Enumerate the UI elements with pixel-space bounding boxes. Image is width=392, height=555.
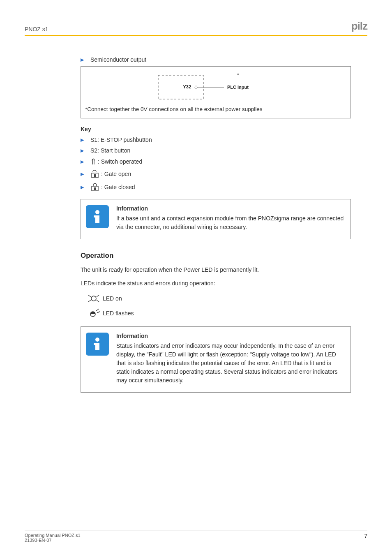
svg-point-12 (91, 296, 96, 301)
svg-line-16 (97, 300, 99, 302)
key-list: ▶ S1: E-STOP pushbutton ▶ S2: Start butt… (81, 136, 351, 192)
key-item-s2: ▶ S2: Start button (81, 147, 351, 154)
key-s1-text: S1: E-STOP pushbutton (90, 136, 152, 143)
diagram-footnote: *Connect together the 0V connections on … (84, 106, 347, 112)
operation-para2: LEDs indicate the status and errors duri… (81, 279, 351, 288)
info-icon (86, 333, 109, 356)
info-content-1: Information If a base unit and a contact… (116, 205, 346, 231)
led-on-row: LED on (85, 293, 351, 304)
info-box-2: Information Status indicators and error … (81, 326, 351, 393)
svg-line-14 (97, 295, 99, 297)
svg-rect-0 (158, 75, 203, 99)
svg-point-9 (95, 210, 99, 214)
gate-open-icon (90, 169, 99, 178)
info1-title: Information (116, 205, 346, 212)
info-box-1: Information If a base unit and a contact… (81, 199, 351, 239)
info2-text: Status indicators and error indicators m… (116, 342, 346, 385)
svg-point-20 (95, 338, 99, 342)
page-content: ▶ Semiconductor output Y32 PLC Input * *… (81, 56, 351, 393)
led-on-label: LED on (103, 295, 122, 302)
switch-operated-icon (90, 158, 96, 165)
svg-line-15 (88, 300, 91, 302)
y32-plc-diagram-svg: Y32 PLC Input * (146, 73, 286, 102)
key-switch-operated-text: : Switch operated (98, 158, 142, 165)
diagram-y32-label: Y32 (183, 84, 191, 89)
key-item-s1: ▶ S1: E-STOP pushbutton (81, 136, 351, 143)
footer-line1: Operating Manual PNOZ s1 (25, 533, 81, 538)
info1-text: If a base unit and a contact expansion m… (116, 214, 346, 231)
page-header: PNOZ s1 pilz (25, 20, 367, 36)
footer-left: Operating Manual PNOZ s1 21393-EN-07 (25, 533, 81, 543)
info-glyph-icon (89, 336, 106, 352)
led-flashes-icon (85, 308, 103, 319)
footer-line2: 21393-EN-07 (25, 538, 81, 543)
bullet-icon: ▶ (81, 148, 85, 153)
svg-line-19 (97, 312, 100, 313)
bullet-icon: ▶ (81, 171, 85, 177)
info-content-2: Information Status indicators and error … (116, 333, 346, 385)
key-item-gate-closed: ▶ : Gate closed (81, 183, 351, 192)
info-icon (86, 205, 109, 228)
led-on-icon (85, 293, 103, 304)
bullet-icon: ▶ (81, 137, 85, 143)
svg-line-13 (88, 295, 91, 297)
diagram-star: * (237, 73, 239, 78)
svg-rect-11 (94, 215, 97, 217)
led-flashes-row: LED flashes (85, 308, 351, 319)
key-gate-open-text: : Gate open (101, 171, 131, 177)
key-item-switch-operated: ▶ : Switch operated (81, 158, 351, 165)
svg-rect-22 (94, 343, 97, 345)
key-item-gate-open: ▶ : Gate open (81, 169, 351, 178)
operation-heading: Operation (81, 252, 351, 260)
diagram-plc-label: PLC Input (227, 85, 249, 90)
key-gate-closed-text: : Gate closed (101, 184, 135, 190)
wiring-diagram: Y32 PLC Input * (84, 71, 347, 104)
gate-closed-icon (90, 183, 99, 192)
key-s2-text: S2: Start button (90, 147, 130, 154)
page-number: 7 (364, 533, 367, 543)
svg-rect-6 (94, 174, 96, 177)
info-glyph-icon (89, 208, 106, 225)
bullet-icon: ▶ (81, 185, 85, 190)
info2-title: Information (116, 333, 346, 339)
led-flashes-label: LED flashes (103, 310, 134, 317)
svg-rect-8 (94, 187, 96, 190)
svg-line-18 (96, 309, 99, 311)
page-footer: Operating Manual PNOZ s1 21393-EN-07 7 (25, 530, 367, 543)
semiconductor-output-label: Semiconductor output (90, 56, 146, 63)
doc-title-short: PNOZ s1 (25, 26, 48, 32)
key-heading: Key (81, 126, 351, 132)
brand-logo: pilz (351, 20, 367, 32)
svg-point-1 (195, 86, 197, 88)
bullet-icon: ▶ (81, 57, 85, 62)
semiconductor-output-row: ▶ Semiconductor output (81, 56, 351, 63)
semiconductor-diagram-box: Y32 PLC Input * *Connect together the 0V… (81, 66, 351, 118)
bullet-icon: ▶ (81, 159, 85, 164)
operation-para1: The unit is ready for operation when the… (81, 266, 351, 274)
